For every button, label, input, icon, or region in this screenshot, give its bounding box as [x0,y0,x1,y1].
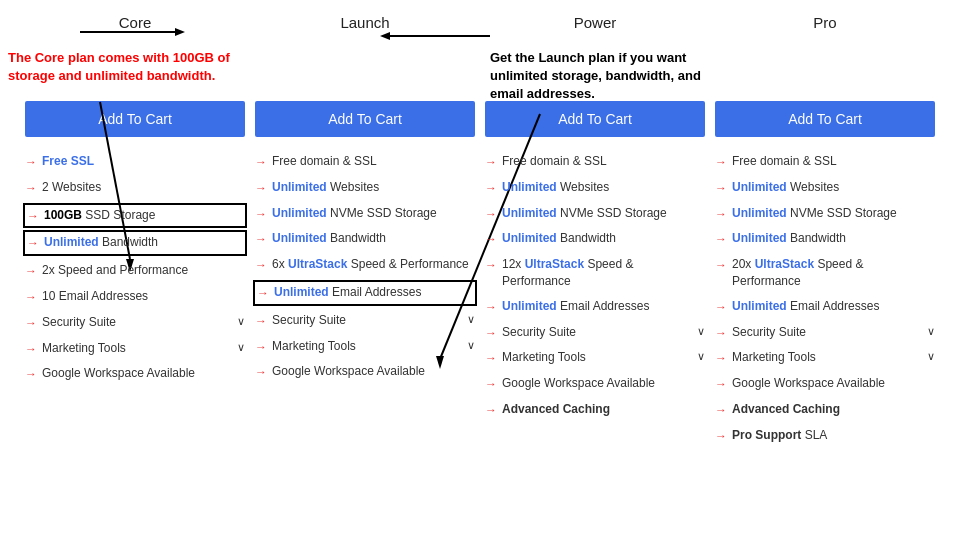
launch-google: → Google Workspace Available [255,359,475,385]
plan-pro: Add To Cart → Free domain & SSL → Unlimi… [715,101,935,449]
plan-header-launch: Launch [255,14,475,31]
arrow-icon: → [25,341,37,358]
add-to-cart-core[interactable]: Add To Cart [25,101,245,137]
arrow-icon: → [715,154,727,171]
launch-domain-ssl: → Free domain & SSL [255,149,475,175]
arrow-icon: → [715,350,727,367]
arrow-icon: → [715,231,727,248]
arrow-icon: → [25,289,37,306]
arrow-icon: → [485,376,497,393]
pro-security: → Security Suite ∨ [715,320,935,346]
chevron-icon: ∨ [237,314,245,329]
core-2-websites: → 2 Websites [25,175,245,201]
pro-domain-ssl: → Free domain & SSL [715,149,935,175]
arrow-icon: → [255,257,267,274]
launch-speed: → 6x UltraStack Speed & Performance [255,252,475,278]
launch-security: → Security Suite ∨ [255,308,475,334]
core-marketing: → Marketing Tools ∨ [25,336,245,362]
power-email: → Unlimited Email Addresses [485,294,705,320]
launch-features: → Free domain & SSL → Unlimited Websites… [255,149,475,385]
chevron-icon: ∨ [697,349,705,364]
arrow-icon: → [255,154,267,171]
pro-features: → Free domain & SSL → Unlimited Websites… [715,149,935,449]
arrow-icon: → [255,339,267,356]
arrow-icon: → [25,154,37,171]
pro-speed: → 20x UltraStack Speed & Performance [715,252,935,294]
plan-core: Add To Cart → Free SSL → 2 Websites → 10… [25,101,245,449]
arrow-icon: → [715,299,727,316]
black-annotation: Get the Launch plan if you wantunlimited… [490,49,701,104]
plan-header-pro: Pro [715,14,935,31]
launch-marketing: → Marketing Tools ∨ [255,334,475,360]
chevron-icon: ∨ [237,340,245,355]
red-annotation: The Core plan comes with 100GB ofstorage… [8,49,230,85]
core-free-ssl: → Free SSL [25,149,245,175]
power-bandwidth: → Unlimited Bandwidth [485,226,705,252]
arrow-icon: → [25,180,37,197]
plan-launch: Add To Cart → Free domain & SSL → Unlimi… [255,101,475,449]
add-to-cart-pro[interactable]: Add To Cart [715,101,935,137]
arrow-icon: → [255,180,267,197]
chevron-icon: ∨ [467,312,475,327]
launch-email: → Unlimited Email Addresses [253,280,477,306]
pro-bandwidth: → Unlimited Bandwidth [715,226,935,252]
core-storage: → 100GB SSD Storage [23,203,247,229]
arrow-icon: → [715,325,727,342]
arrow-icon: → [25,263,37,280]
pro-google: → Google Workspace Available [715,371,935,397]
arrow-icon: → [715,402,727,419]
add-to-cart-launch[interactable]: Add To Cart [255,101,475,137]
chevron-icon: ∨ [467,338,475,353]
chevron-icon: ∨ [927,349,935,364]
core-google: → Google Workspace Available [25,361,245,387]
arrow-icon: → [255,313,267,330]
pro-caching: → Advanced Caching [715,397,935,423]
power-websites: → Unlimited Websites [485,175,705,201]
power-marketing: → Marketing Tools ∨ [485,345,705,371]
pro-marketing: → Marketing Tools ∨ [715,345,935,371]
arrow-icon: → [715,180,727,197]
core-bandwidth: → Unlimited Bandwidth [23,230,247,256]
power-storage: → Unlimited NVMe SSD Storage [485,201,705,227]
power-domain-ssl: → Free domain & SSL [485,149,705,175]
arrow-icon: → [255,231,267,248]
arrow-icon: → [485,206,497,223]
plan-header-power: Power [485,14,705,31]
arrow-icon: → [715,206,727,223]
pro-email: → Unlimited Email Addresses [715,294,935,320]
power-google: → Google Workspace Available [485,371,705,397]
arrow-icon: → [485,402,497,419]
pro-support: → Pro Support SLA [715,423,935,449]
power-caching: → Advanced Caching [485,397,705,423]
arrow-icon: → [255,206,267,223]
arrow-icon: → [27,208,39,225]
chevron-icon: ∨ [697,324,705,339]
chevron-icon: ∨ [927,324,935,339]
arrow-icon: → [485,154,497,171]
plan-power: Add To Cart → Free domain & SSL → Unlimi… [485,101,705,449]
arrow-icon: → [25,315,37,332]
launch-storage: → Unlimited NVMe SSD Storage [255,201,475,227]
pro-storage: → Unlimited NVMe SSD Storage [715,201,935,227]
arrow-icon: → [485,257,497,274]
power-features: → Free domain & SSL → Unlimited Websites… [485,149,705,423]
pro-websites: → Unlimited Websites [715,175,935,201]
core-email: → 10 Email Addresses [25,284,245,310]
arrow-icon: → [715,376,727,393]
arrow-icon: → [485,325,497,342]
arrow-icon: → [485,231,497,248]
launch-websites: → Unlimited Websites [255,175,475,201]
core-speed: → 2x Speed and Performance [25,258,245,284]
core-security: → Security Suite ∨ [25,310,245,336]
arrow-icon: → [257,285,269,302]
svg-marker-3 [380,32,390,40]
arrow-icon: → [715,428,727,445]
arrow-icon: → [25,366,37,383]
arrow-icon: → [485,299,497,316]
launch-bandwidth: → Unlimited Bandwidth [255,226,475,252]
add-to-cart-power[interactable]: Add To Cart [485,101,705,137]
core-features: → Free SSL → 2 Websites → 100GB SSD Stor… [25,149,245,387]
plans-container: Add To Cart → Free SSL → 2 Websites → 10… [0,91,960,469]
power-security: → Security Suite ∨ [485,320,705,346]
power-speed: → 12x UltraStack Speed & Performance [485,252,705,294]
